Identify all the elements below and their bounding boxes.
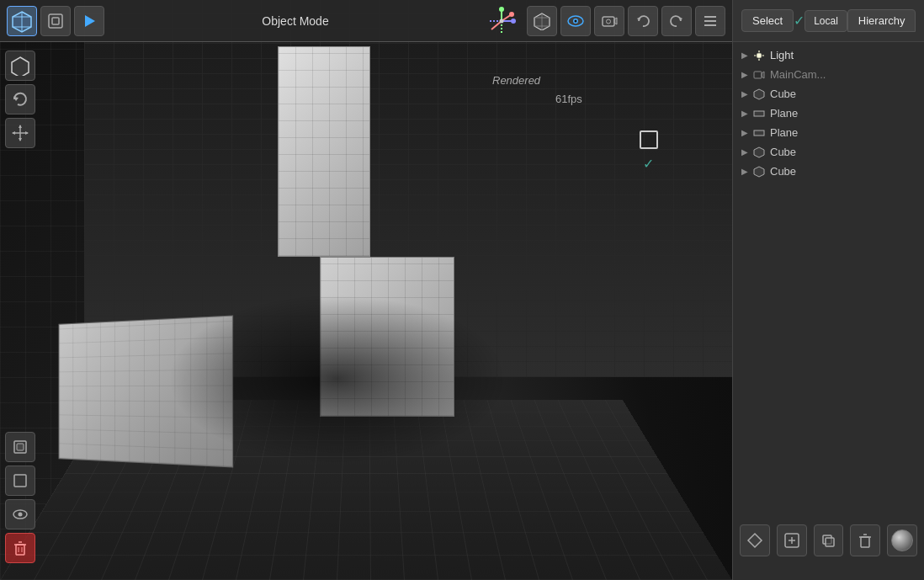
svg-rect-5 <box>52 18 59 24</box>
arrow-maincam-icon: ▶ <box>741 70 748 79</box>
cube-3d-button[interactable] <box>7 6 37 36</box>
eye-tool-button[interactable] <box>5 499 35 529</box>
svg-marker-61 <box>754 167 764 177</box>
arrow-cube2-icon: ▶ <box>741 147 748 157</box>
svg-point-15 <box>499 7 504 12</box>
sphere-material-icon[interactable] <box>887 524 917 556</box>
play-button[interactable] <box>74 6 104 36</box>
redo-button[interactable] <box>661 6 692 36</box>
hierarchy-label-cube2: Cube <box>770 146 796 158</box>
svg-point-23 <box>575 19 577 22</box>
svg-rect-58 <box>754 111 764 116</box>
cube2-object-icon <box>753 146 765 158</box>
refresh-icon[interactable] <box>5 84 35 114</box>
hierarchy-label-cube1: Cube <box>770 88 796 100</box>
svg-point-16 <box>511 19 516 24</box>
hierarchy-item-cube3[interactable]: ▶ Cube <box>733 162 924 181</box>
frame-button[interactable] <box>40 6 71 36</box>
select-check-icon: ✓ <box>794 13 805 29</box>
add-mesh-bottom-icon[interactable] <box>777 524 807 556</box>
cube-left-icon <box>5 51 35 81</box>
sphere-preview <box>891 529 913 551</box>
svg-rect-41 <box>17 444 24 450</box>
svg-marker-38 <box>12 131 15 135</box>
arrow-cube3-icon: ▶ <box>741 167 748 176</box>
undo-button[interactable] <box>628 6 658 36</box>
right-hierarchy-panel: Select ✓ Local Hierarchy ▶ Light ▶ MainC… <box>732 0 924 580</box>
hierarchy-list: ▶ Light ▶ MainCam... ▶ Cube <box>733 42 924 184</box>
svg-marker-56 <box>762 72 764 78</box>
cube1-object-icon <box>753 88 765 100</box>
arrow-light-icon: ▶ <box>741 51 748 60</box>
layers-button[interactable] <box>5 432 35 462</box>
cube3-object-icon <box>753 166 765 178</box>
svg-point-26 <box>607 19 611 24</box>
arrow-plane2-icon: ▶ <box>741 128 748 137</box>
box-tool-button[interactable] <box>5 466 35 496</box>
camera-view-button[interactable] <box>594 6 624 36</box>
camera-object-icon <box>753 69 765 81</box>
hierarchy-item-cube1[interactable]: ▶ Cube <box>733 84 924 104</box>
svg-point-14 <box>509 12 514 17</box>
svg-rect-68 <box>861 537 869 547</box>
fps-label: 61fps <box>555 93 582 105</box>
svg-marker-25 <box>614 18 617 24</box>
select-button[interactable]: Select <box>741 9 794 32</box>
svg-rect-55 <box>754 72 762 78</box>
hierarchy-label-cube3: Cube <box>770 165 796 178</box>
hierarchy-button[interactable]: Hierarchy <box>847 9 916 32</box>
svg-point-50 <box>757 53 762 58</box>
check-indicator: ✓ <box>643 156 654 172</box>
hierarchy-label-plane1: Plane <box>770 107 798 120</box>
hierarchy-label-maincam: MainCam... <box>770 68 826 81</box>
svg-marker-62 <box>748 534 762 547</box>
svg-point-44 <box>19 513 23 517</box>
svg-point-13 <box>500 19 504 23</box>
hierarchy-item-cube2[interactable]: ▶ Cube <box>733 142 924 162</box>
hierarchy-label-plane2: Plane <box>770 126 798 139</box>
hierarchy-item-plane2[interactable]: ▶ Plane <box>733 123 924 142</box>
right-panel-header: Select ✓ Local Hierarchy <box>733 0 924 42</box>
svg-marker-36 <box>19 125 22 128</box>
svg-marker-6 <box>85 15 95 27</box>
hierarchy-item-plane1[interactable]: ▶ Plane <box>733 104 924 123</box>
svg-marker-39 <box>25 131 29 135</box>
hierarchy-item-light[interactable]: ▶ Light <box>733 45 924 65</box>
axis-gizmo <box>486 6 517 36</box>
left-tools-panel <box>5 51 35 148</box>
arrow-plane1-icon: ▶ <box>741 109 748 118</box>
local-button[interactable]: Local <box>805 10 847 32</box>
svg-marker-60 <box>754 147 764 157</box>
plane1-object-icon <box>753 108 765 120</box>
object-mode-label: Object Mode <box>262 14 328 28</box>
svg-rect-24 <box>603 17 614 26</box>
scene-shadow <box>168 295 505 463</box>
svg-marker-32 <box>12 57 29 76</box>
svg-rect-67 <box>826 538 834 546</box>
svg-rect-59 <box>754 130 764 136</box>
diamond-bottom-icon[interactable] <box>740 524 770 556</box>
rendered-label: Rendered <box>492 74 540 87</box>
svg-marker-37 <box>19 138 22 141</box>
move-tool-icon[interactable] <box>5 118 35 148</box>
svg-rect-4 <box>49 14 62 28</box>
chair-back-object <box>278 46 370 257</box>
right-panel-bottom-icons <box>733 518 924 563</box>
light-object-icon <box>753 50 765 61</box>
hierarchy-item-maincam[interactable]: ▶ MainCam... <box>733 65 924 84</box>
delete-bottom-icon[interactable] <box>850 524 880 556</box>
view-cube-button[interactable] <box>527 6 557 36</box>
plane2-object-icon <box>753 127 765 139</box>
eye-view-button[interactable] <box>560 6 591 36</box>
select-box-indicator <box>640 130 658 149</box>
svg-marker-57 <box>754 89 764 99</box>
bottom-left-tools <box>5 432 35 563</box>
viewport-3d[interactable]: Object Mode <box>0 0 732 580</box>
svg-rect-45 <box>16 545 24 555</box>
menu-button[interactable] <box>695 6 725 36</box>
top-toolbar: Object Mode <box>0 0 732 42</box>
arrow-cube1-icon: ▶ <box>741 89 748 98</box>
duplicate-bottom-icon[interactable] <box>814 524 844 556</box>
trash-button[interactable] <box>5 533 35 563</box>
hierarchy-label-light: Light <box>770 49 794 61</box>
